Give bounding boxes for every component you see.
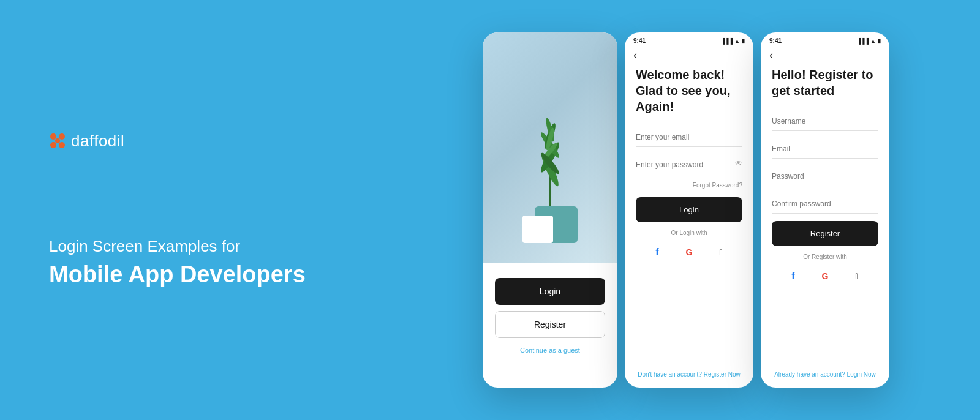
google-icon-reg[interactable]: G <box>815 266 835 286</box>
register-bottom-link: Already have an account? Login Now <box>772 371 878 378</box>
status-time-login: 9:41 <box>633 37 646 44</box>
register-email-input[interactable] <box>772 138 878 159</box>
plant-illustration <box>489 35 611 261</box>
login-now-link[interactable]: Login Now <box>847 371 876 378</box>
battery-icon-reg: ▮ <box>878 38 881 44</box>
tagline-line2: Mobile App Developers <box>49 261 355 289</box>
wifi-icon-reg: ▲ <box>870 38 876 44</box>
logo-icon <box>49 132 66 149</box>
login-body: Welcome back! Glad to see you, Again! 👁 … <box>625 67 753 388</box>
splash-image <box>483 32 617 263</box>
login-button[interactable]: Login <box>636 197 742 222</box>
back-button-login[interactable]: ‹ <box>625 47 753 67</box>
phone-login: 9:41 ▐▐▐ ▲ ▮ ‹ Welcome back! Glad to see… <box>625 32 753 388</box>
status-bar-register: 9:41 ▐▐▐ ▲ ▮ <box>761 32 889 47</box>
left-section: daffodil Login Screen Examples for Mobil… <box>0 0 404 420</box>
splash-login-button[interactable]: Login <box>495 278 605 305</box>
register-button[interactable]: Register <box>772 221 878 246</box>
right-section: Login Register Continue as a guest 9:41 … <box>404 0 980 420</box>
register-title: Hello! Register to get started <box>772 67 878 99</box>
login-title: Welcome back! Glad to see you, Again! <box>636 67 742 114</box>
svg-point-3 <box>59 142 65 148</box>
apple-icon-reg[interactable]:  <box>847 266 867 286</box>
logo: daffodil <box>49 132 355 151</box>
signal-icon: ▐▐▐ <box>721 38 733 44</box>
register-body: Hello! Register to get started Register … <box>761 67 889 388</box>
login-bottom-link: Don't have an account? Register Now <box>636 371 742 378</box>
wifi-icon: ▲ <box>734 38 740 44</box>
google-icon[interactable]: G <box>679 242 699 262</box>
battery-icon: ▮ <box>742 38 745 44</box>
status-bar-login: 9:41 ▐▐▐ ▲ ▮ <box>625 32 753 47</box>
facebook-icon[interactable]: f <box>647 242 667 262</box>
or-login-text: Or Login with <box>636 230 742 236</box>
svg-rect-6 <box>522 216 553 243</box>
svg-point-4 <box>55 138 60 143</box>
register-confirm-input[interactable] <box>772 193 878 214</box>
splash-guest-link[interactable]: Continue as a guest <box>495 347 605 354</box>
svg-point-0 <box>50 133 56 140</box>
svg-point-1 <box>59 133 65 140</box>
status-icons-register: ▐▐▐ ▲ ▮ <box>857 38 881 44</box>
status-icons-login: ▐▐▐ ▲ ▮ <box>721 38 745 44</box>
login-password-input[interactable] <box>636 154 742 174</box>
splash-content: Login Register Continue as a guest <box>483 263 617 364</box>
signal-icon-reg: ▐▐▐ <box>857 38 869 44</box>
password-wrapper: 👁 <box>636 154 742 182</box>
register-username-input[interactable] <box>772 111 878 131</box>
or-register-text: Or Register with <box>772 253 878 260</box>
phone-splash: Login Register Continue as a guest <box>483 32 617 388</box>
register-now-link[interactable]: Register Now <box>704 371 741 378</box>
social-icons-login: f G  <box>636 242 742 262</box>
facebook-icon-reg[interactable]: f <box>783 266 803 286</box>
login-email-input[interactable] <box>636 127 742 147</box>
status-time-register: 9:41 <box>769 37 782 44</box>
eye-icon[interactable]: 👁 <box>735 159 742 168</box>
social-icons-register: f G  <box>772 266 878 286</box>
brand-name: daffodil <box>71 132 124 151</box>
splash-register-button[interactable]: Register <box>495 311 605 338</box>
tagline: Login Screen Examples for Mobile App Dev… <box>49 236 355 288</box>
register-bottom-text: Already have an account? <box>774 371 845 378</box>
register-password-input[interactable] <box>772 166 878 186</box>
svg-point-2 <box>50 142 56 148</box>
login-bottom-text: Don't have an account? <box>638 371 702 378</box>
phone-register: 9:41 ▐▐▐ ▲ ▮ ‹ Hello! Register to get st… <box>761 32 889 388</box>
tagline-line1: Login Screen Examples for <box>49 236 355 257</box>
back-button-register[interactable]: ‹ <box>761 47 889 67</box>
forgot-password-link[interactable]: Forgot Password? <box>636 182 742 189</box>
apple-icon[interactable]:  <box>711 242 731 262</box>
